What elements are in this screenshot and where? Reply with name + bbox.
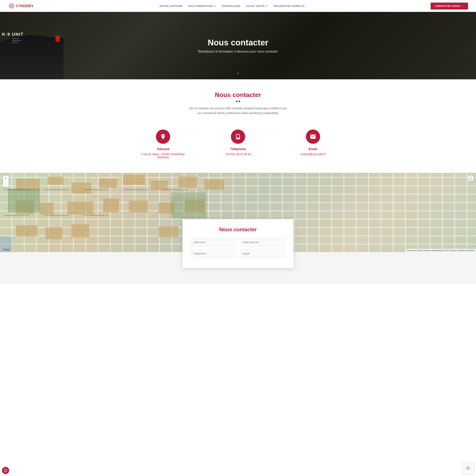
nav-item-achat[interactable]: ACHAT VENTE <box>246 5 268 8</box>
hero-section: K-9 UNIT INTEGRITYCOMMITMENTSERVICE Nous… <box>0 12 476 79</box>
contact-form-card: Nous contacter <box>183 219 293 268</box>
contact-card-address: Adresse 1 rue du camp – 51230 Connantray… <box>131 126 195 163</box>
logo-main-text: CYNO <box>16 4 26 8</box>
logo-accent-text: DEV <box>26 4 34 8</box>
contact-section-title: Nous contacter <box>8 91 468 99</box>
nav-item-odorologie[interactable]: ODOROLOGIE <box>222 5 240 8</box>
scroll-down-arrow[interactable]: ↓ <box>237 70 239 75</box>
form-row-2 <box>190 250 286 258</box>
map-credits: Raccourcis clavier | Données cartographi… <box>406 249 476 252</box>
form-row-1 <box>190 238 286 246</box>
logo-text: CYNODEV <box>16 4 34 8</box>
nav-links: NOTRE HISTOIRE NOS FORMATIONS ODOROLOGIE… <box>160 5 305 8</box>
contact-cards: Adresse 1 rue du camp – 51230 Connantray… <box>8 126 468 163</box>
email-input[interactable] <box>239 250 286 258</box>
fullscreen-icon <box>469 177 472 180</box>
chevron-down-icon <box>214 5 216 7</box>
chevron-down-icon-2 <box>266 5 268 7</box>
contact-card-phone: Téléphone +33 (0)1 49 47 00 64 <box>206 126 270 160</box>
address-icon-circle <box>156 130 170 144</box>
map-zoom-out-button[interactable]: − <box>3 181 9 187</box>
contact-info-section: Nous contacter We at Gardener are proud … <box>0 79 476 173</box>
map-form-container: For development purposes only For develo… <box>0 173 476 252</box>
logo[interactable]: CYNODEV <box>8 2 34 10</box>
map-zoom-in-button[interactable]: + <box>3 176 9 181</box>
contact-card-email: Email contact@cyno-dev.fr <box>281 126 345 160</box>
logo-icon <box>8 2 15 10</box>
phone-icon <box>235 134 241 140</box>
address-card-value: 1 rue du camp – 51230 Connantray-Vaurefr… <box>135 153 191 159</box>
telephone-input[interactable] <box>190 250 237 258</box>
nav-item-emploi[interactable]: RECHERCHE D'EMPLOI <box>274 5 305 8</box>
phone-card-title: Téléphone <box>230 147 246 151</box>
location-pin-icon <box>160 134 166 140</box>
address-card-title: Adresse <box>157 147 169 151</box>
section-dots <box>8 101 468 102</box>
hero-content: Nous contacter Remplissez le formulaire … <box>198 38 278 53</box>
map-fullscreen-button[interactable] <box>468 175 473 181</box>
svg-point-2 <box>11 6 12 6</box>
email-card-title: Email <box>309 147 317 151</box>
phone-icon-circle <box>231 130 245 144</box>
google-logo: Google <box>3 248 10 251</box>
contactez-nous-button[interactable]: CONTACTEZ NOUS → <box>431 2 468 10</box>
envelope-icon <box>310 134 316 140</box>
hero-title: Nous contacter <box>198 38 278 47</box>
dot-2 <box>238 101 240 102</box>
hero-subtitle: Remplissez le formulaire ci-dessous pour… <box>198 50 278 53</box>
hero-car-area: K-9 UNIT INTEGRITYCOMMITMENTSERVICE <box>0 20 68 79</box>
prenom-input[interactable] <box>239 238 286 246</box>
section-description: We at Gardener are proud to offer carefu… <box>188 106 288 116</box>
phone-card-value: +33 (0)1 49 47 00 64 <box>225 153 251 156</box>
email-icon-circle <box>306 130 320 144</box>
nav-item-histoire[interactable]: NOTRE HISTOIRE <box>160 5 183 8</box>
form-title: Nous contacter <box>190 226 286 233</box>
map-zoom-controls: + − <box>3 175 9 187</box>
dot-1 <box>236 101 238 102</box>
nom-input[interactable] <box>190 238 237 246</box>
email-card-value: contact@cyno-dev.fr <box>300 153 326 156</box>
navigation: CYNODEV NOTRE HISTOIRE NOS FORMATIONS OD… <box>0 0 476 12</box>
nav-item-formations[interactable]: NOS FORMATIONS <box>188 5 216 8</box>
